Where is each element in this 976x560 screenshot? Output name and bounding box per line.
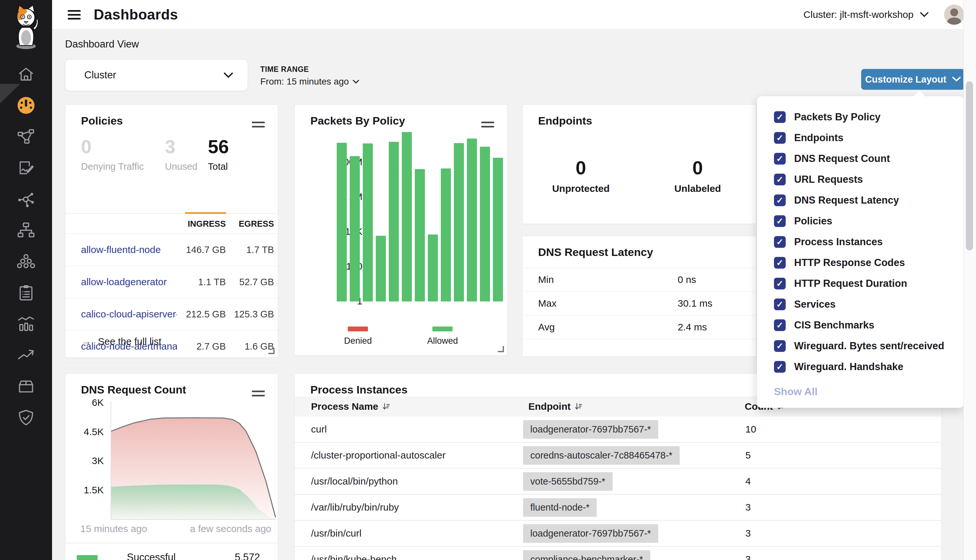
scrollbar-thumb[interactable] — [966, 81, 973, 250]
policy-name-link[interactable]: calico-cloud-apiserver-… — [81, 308, 177, 320]
checkbox-checked-icon[interactable]: ✓ — [774, 298, 786, 310]
endpoint-chip[interactable]: loadgenerator-7697bb7567-* — [523, 524, 658, 543]
process-endpoint: loadgenerator-7697bb7567-* — [523, 420, 658, 439]
policy-name-link[interactable]: allow-fluentd-node — [81, 244, 177, 255]
checkbox-checked-icon[interactable]: ✓ — [774, 111, 786, 123]
process-name: curl — [311, 424, 327, 435]
bar-allowed[interactable] — [480, 147, 490, 302]
legend-item-allowed[interactable]: Allowed — [427, 327, 458, 346]
drag-handle-icon[interactable] — [252, 388, 265, 399]
checkbox-checked-icon[interactable]: ✓ — [774, 236, 786, 248]
sort-icon[interactable] — [382, 403, 390, 410]
security-shield-icon[interactable] — [0, 402, 52, 433]
bar-allowed[interactable] — [467, 138, 477, 302]
service-graph-icon[interactable] — [0, 121, 52, 152]
bar-allowed[interactable] — [337, 143, 347, 302]
bar-allowed[interactable] — [350, 156, 360, 302]
bar-allowed[interactable] — [376, 236, 386, 302]
endpoint-chip[interactable]: fluentd-node-* — [523, 498, 597, 517]
policies-stat-total[interactable]: 56Total — [208, 137, 249, 213]
policy-name-link[interactable]: allow-loadgenerator — [81, 277, 177, 287]
column-header-process-name[interactable]: Process Name — [311, 401, 390, 412]
endpoint-chip[interactable]: coredns-autoscaler-7c88465478-* — [523, 446, 680, 465]
bar-allowed[interactable] — [454, 143, 464, 302]
bar-allowed[interactable] — [428, 235, 438, 302]
network-sets-icon[interactable] — [0, 215, 52, 246]
calico-cat-logo[interactable] — [9, 5, 43, 53]
show-all-link[interactable]: Show All — [774, 386, 964, 398]
checkbox-checked-icon[interactable]: ✓ — [774, 153, 786, 165]
menu-item-wireguard-handshake[interactable]: ✓Wireguard. Handshake — [757, 357, 964, 377]
menu-item-label: URL Requests — [794, 174, 863, 185]
column-header-endpoint[interactable]: Endpoint — [528, 401, 582, 412]
menu-item-services[interactable]: ✓Services — [757, 294, 964, 315]
bar-allowed[interactable] — [493, 158, 503, 302]
legend-item-denied[interactable]: Denied — [344, 327, 372, 346]
policies-stat-unused[interactable]: 3Unused — [165, 137, 197, 213]
column-header-ingress[interactable]: INGRESS — [177, 219, 226, 229]
bar-allowed[interactable] — [363, 143, 373, 302]
bar-allowed[interactable] — [402, 132, 412, 302]
menu-item-label: DNS Request Count — [794, 153, 890, 165]
menu-item-http-response-codes[interactable]: ✓HTTP Response Codes — [757, 252, 964, 273]
threat-graph-icon[interactable] — [0, 183, 52, 215]
dns-count-card-title: DNS Request Count — [81, 383, 186, 396]
stat-value: 3 — [165, 137, 197, 156]
cluster-selector[interactable]: Cluster: jlt-msft-workshop — [804, 9, 929, 20]
policy-editor-icon[interactable] — [0, 152, 52, 183]
bar-allowed[interactable] — [389, 142, 399, 302]
home-icon[interactable] — [0, 58, 52, 90]
view-select[interactable]: Cluster — [65, 59, 248, 91]
checkbox-checked-icon[interactable]: ✓ — [774, 174, 786, 185]
activity-stats-icon[interactable] — [0, 308, 52, 340]
checkbox-checked-icon[interactable]: ✓ — [774, 278, 786, 290]
menu-item-http-request-duration[interactable]: ✓HTTP Request Duration — [757, 273, 964, 294]
process-endpoint: fluentd-node-* — [523, 498, 597, 517]
checkbox-checked-icon[interactable]: ✓ — [774, 319, 786, 331]
page-scrollbar[interactable] — [963, 0, 976, 560]
menu-item-dns-request-count[interactable]: ✓DNS Request Count — [757, 148, 964, 169]
bar-allowed[interactable] — [441, 168, 451, 302]
process-endpoint: vote-5655bd759-* — [523, 472, 612, 491]
checkbox-checked-icon[interactable]: ✓ — [774, 195, 786, 206]
menu-item-packets-by-policy[interactable]: ✓Packets By Policy — [757, 107, 964, 127]
hamburger-menu-icon[interactable] — [68, 8, 81, 22]
drag-handle-icon[interactable] — [252, 119, 265, 130]
compliance-reports-icon[interactable] — [0, 277, 52, 308]
trends-icon[interactable] — [0, 340, 52, 371]
menu-item-dns-request-latency[interactable]: ✓DNS Request Latency — [757, 190, 964, 211]
avatar[interactable] — [944, 5, 964, 25]
menu-item-wireguard-bytes-sent-received[interactable]: ✓Wireguard. Bytes sent/received — [757, 336, 964, 357]
endpoint-chip[interactable]: vote-5655bd759-* — [523, 472, 612, 491]
clusters-icon[interactable] — [0, 246, 52, 277]
latency-row-max: Max30.1 ms — [522, 292, 756, 315]
checkbox-checked-icon[interactable]: ✓ — [774, 361, 786, 373]
legend-row-successful[interactable]: Successful5,572 — [65, 543, 278, 560]
resize-handle[interactable] — [269, 348, 275, 354]
checkbox-checked-icon[interactable]: ✓ — [774, 215, 786, 227]
stat-label: Unused — [165, 161, 197, 172]
dashboard-gauge-icon[interactable] — [0, 90, 52, 121]
see-full-list-link[interactable]: → See the full list — [81, 335, 161, 347]
policy-row: allow-fluentd-node146.7 GB1.7 TB — [65, 234, 278, 266]
process-name: /usr/bin/curl — [311, 528, 362, 539]
endpoint-chip[interactable]: loadgenerator-7697bb7567-* — [523, 420, 658, 439]
checkbox-checked-icon[interactable]: ✓ — [774, 132, 786, 144]
menu-item-endpoints[interactable]: ✓Endpoints — [757, 127, 964, 148]
checkbox-checked-icon[interactable]: ✓ — [774, 257, 786, 268]
menu-item-process-instances[interactable]: ✓Process Instances — [757, 232, 964, 252]
sort-icon[interactable] — [574, 403, 582, 410]
packages-icon[interactable] — [0, 371, 52, 402]
time-range-control[interactable]: TIME RANGE From: 15 minutes ago — [260, 65, 359, 87]
bar-allowed[interactable] — [415, 169, 425, 302]
process-name: /usr/local/bin/python — [311, 476, 398, 487]
menu-item-policies[interactable]: ✓Policies — [757, 211, 964, 232]
checkbox-checked-icon[interactable]: ✓ — [774, 340, 786, 352]
resize-handle[interactable] — [498, 346, 504, 352]
column-header-egress[interactable]: EGRESS — [226, 219, 274, 229]
menu-item-cis-benchmarks[interactable]: ✓CIS Benchmarks — [757, 315, 964, 336]
policies-stat-denying-traffic[interactable]: 0Denying Traffic — [81, 137, 149, 213]
endpoint-chip[interactable]: compliance-benchmarker-* — [523, 550, 650, 560]
menu-item-url-requests[interactable]: ✓URL Requests — [757, 169, 964, 190]
customize-layout-button[interactable]: Customize Layout — [861, 69, 964, 90]
